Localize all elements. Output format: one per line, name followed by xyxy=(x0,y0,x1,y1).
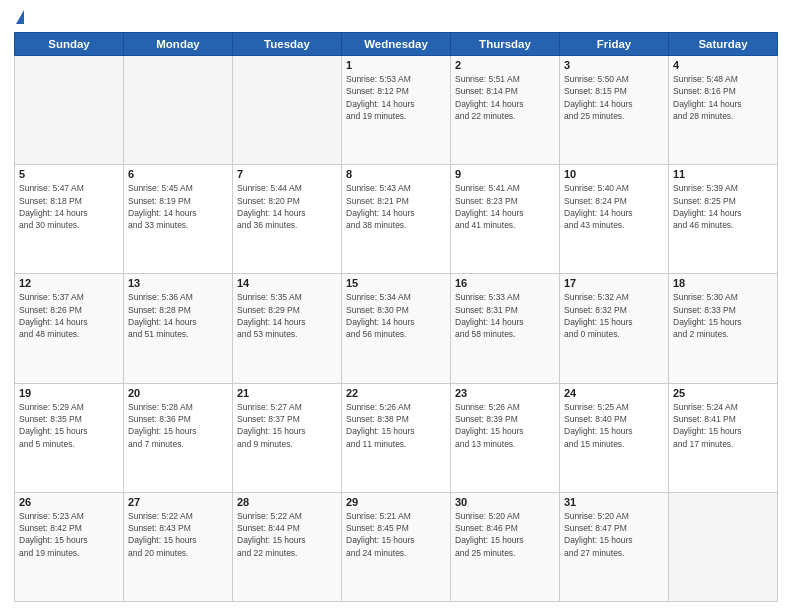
calendar-empty xyxy=(124,56,233,165)
day-info: Sunrise: 5:43 AM Sunset: 8:21 PM Dayligh… xyxy=(346,182,446,231)
day-info: Sunrise: 5:20 AM Sunset: 8:46 PM Dayligh… xyxy=(455,510,555,559)
weekday-header-wednesday: Wednesday xyxy=(342,33,451,56)
weekday-header-monday: Monday xyxy=(124,33,233,56)
day-info: Sunrise: 5:53 AM Sunset: 8:12 PM Dayligh… xyxy=(346,73,446,122)
day-info: Sunrise: 5:41 AM Sunset: 8:23 PM Dayligh… xyxy=(455,182,555,231)
calendar-empty xyxy=(233,56,342,165)
day-info: Sunrise: 5:45 AM Sunset: 8:19 PM Dayligh… xyxy=(128,182,228,231)
day-number: 30 xyxy=(455,496,555,508)
calendar-day-8: 8Sunrise: 5:43 AM Sunset: 8:21 PM Daylig… xyxy=(342,165,451,274)
day-number: 24 xyxy=(564,387,664,399)
page: SundayMondayTuesdayWednesdayThursdayFrid… xyxy=(0,0,792,612)
calendar-body: 1Sunrise: 5:53 AM Sunset: 8:12 PM Daylig… xyxy=(15,56,778,602)
day-number: 13 xyxy=(128,277,228,289)
day-info: Sunrise: 5:20 AM Sunset: 8:47 PM Dayligh… xyxy=(564,510,664,559)
day-info: Sunrise: 5:27 AM Sunset: 8:37 PM Dayligh… xyxy=(237,401,337,450)
day-number: 17 xyxy=(564,277,664,289)
day-number: 27 xyxy=(128,496,228,508)
day-number: 6 xyxy=(128,168,228,180)
calendar-day-21: 21Sunrise: 5:27 AM Sunset: 8:37 PM Dayli… xyxy=(233,383,342,492)
day-info: Sunrise: 5:30 AM Sunset: 8:33 PM Dayligh… xyxy=(673,291,773,340)
day-number: 21 xyxy=(237,387,337,399)
day-info: Sunrise: 5:22 AM Sunset: 8:44 PM Dayligh… xyxy=(237,510,337,559)
logo xyxy=(14,10,24,24)
calendar-day-3: 3Sunrise: 5:50 AM Sunset: 8:15 PM Daylig… xyxy=(560,56,669,165)
day-number: 25 xyxy=(673,387,773,399)
calendar-day-13: 13Sunrise: 5:36 AM Sunset: 8:28 PM Dayli… xyxy=(124,274,233,383)
day-number: 31 xyxy=(564,496,664,508)
day-number: 2 xyxy=(455,59,555,71)
calendar-day-29: 29Sunrise: 5:21 AM Sunset: 8:45 PM Dayli… xyxy=(342,492,451,601)
day-info: Sunrise: 5:29 AM Sunset: 8:35 PM Dayligh… xyxy=(19,401,119,450)
calendar-day-24: 24Sunrise: 5:25 AM Sunset: 8:40 PM Dayli… xyxy=(560,383,669,492)
day-number: 9 xyxy=(455,168,555,180)
day-info: Sunrise: 5:40 AM Sunset: 8:24 PM Dayligh… xyxy=(564,182,664,231)
calendar-day-18: 18Sunrise: 5:30 AM Sunset: 8:33 PM Dayli… xyxy=(669,274,778,383)
calendar-day-5: 5Sunrise: 5:47 AM Sunset: 8:18 PM Daylig… xyxy=(15,165,124,274)
calendar-day-25: 25Sunrise: 5:24 AM Sunset: 8:41 PM Dayli… xyxy=(669,383,778,492)
day-number: 26 xyxy=(19,496,119,508)
calendar-empty xyxy=(15,56,124,165)
calendar-week-row: 5Sunrise: 5:47 AM Sunset: 8:18 PM Daylig… xyxy=(15,165,778,274)
day-number: 4 xyxy=(673,59,773,71)
header xyxy=(14,10,778,24)
calendar-day-14: 14Sunrise: 5:35 AM Sunset: 8:29 PM Dayli… xyxy=(233,274,342,383)
calendar-week-row: 12Sunrise: 5:37 AM Sunset: 8:26 PM Dayli… xyxy=(15,274,778,383)
calendar-day-10: 10Sunrise: 5:40 AM Sunset: 8:24 PM Dayli… xyxy=(560,165,669,274)
calendar-day-26: 26Sunrise: 5:23 AM Sunset: 8:42 PM Dayli… xyxy=(15,492,124,601)
weekday-header-row: SundayMondayTuesdayWednesdayThursdayFrid… xyxy=(15,33,778,56)
day-info: Sunrise: 5:25 AM Sunset: 8:40 PM Dayligh… xyxy=(564,401,664,450)
calendar-empty xyxy=(669,492,778,601)
day-info: Sunrise: 5:39 AM Sunset: 8:25 PM Dayligh… xyxy=(673,182,773,231)
calendar-week-row: 26Sunrise: 5:23 AM Sunset: 8:42 PM Dayli… xyxy=(15,492,778,601)
day-info: Sunrise: 5:21 AM Sunset: 8:45 PM Dayligh… xyxy=(346,510,446,559)
calendar-day-12: 12Sunrise: 5:37 AM Sunset: 8:26 PM Dayli… xyxy=(15,274,124,383)
weekday-header-sunday: Sunday xyxy=(15,33,124,56)
calendar-day-23: 23Sunrise: 5:26 AM Sunset: 8:39 PM Dayli… xyxy=(451,383,560,492)
day-number: 11 xyxy=(673,168,773,180)
calendar-day-31: 31Sunrise: 5:20 AM Sunset: 8:47 PM Dayli… xyxy=(560,492,669,601)
day-info: Sunrise: 5:26 AM Sunset: 8:39 PM Dayligh… xyxy=(455,401,555,450)
day-info: Sunrise: 5:35 AM Sunset: 8:29 PM Dayligh… xyxy=(237,291,337,340)
calendar-day-16: 16Sunrise: 5:33 AM Sunset: 8:31 PM Dayli… xyxy=(451,274,560,383)
calendar-day-15: 15Sunrise: 5:34 AM Sunset: 8:30 PM Dayli… xyxy=(342,274,451,383)
calendar-day-27: 27Sunrise: 5:22 AM Sunset: 8:43 PM Dayli… xyxy=(124,492,233,601)
day-info: Sunrise: 5:26 AM Sunset: 8:38 PM Dayligh… xyxy=(346,401,446,450)
calendar-header: SundayMondayTuesdayWednesdayThursdayFrid… xyxy=(15,33,778,56)
calendar-day-19: 19Sunrise: 5:29 AM Sunset: 8:35 PM Dayli… xyxy=(15,383,124,492)
calendar-day-28: 28Sunrise: 5:22 AM Sunset: 8:44 PM Dayli… xyxy=(233,492,342,601)
day-info: Sunrise: 5:48 AM Sunset: 8:16 PM Dayligh… xyxy=(673,73,773,122)
calendar-day-7: 7Sunrise: 5:44 AM Sunset: 8:20 PM Daylig… xyxy=(233,165,342,274)
day-number: 19 xyxy=(19,387,119,399)
calendar-week-row: 1Sunrise: 5:53 AM Sunset: 8:12 PM Daylig… xyxy=(15,56,778,165)
day-info: Sunrise: 5:33 AM Sunset: 8:31 PM Dayligh… xyxy=(455,291,555,340)
day-number: 1 xyxy=(346,59,446,71)
day-info: Sunrise: 5:36 AM Sunset: 8:28 PM Dayligh… xyxy=(128,291,228,340)
day-number: 8 xyxy=(346,168,446,180)
calendar-day-20: 20Sunrise: 5:28 AM Sunset: 8:36 PM Dayli… xyxy=(124,383,233,492)
calendar-day-9: 9Sunrise: 5:41 AM Sunset: 8:23 PM Daylig… xyxy=(451,165,560,274)
weekday-header-friday: Friday xyxy=(560,33,669,56)
calendar-week-row: 19Sunrise: 5:29 AM Sunset: 8:35 PM Dayli… xyxy=(15,383,778,492)
day-info: Sunrise: 5:34 AM Sunset: 8:30 PM Dayligh… xyxy=(346,291,446,340)
day-number: 22 xyxy=(346,387,446,399)
calendar-table: SundayMondayTuesdayWednesdayThursdayFrid… xyxy=(14,32,778,602)
day-number: 29 xyxy=(346,496,446,508)
day-info: Sunrise: 5:22 AM Sunset: 8:43 PM Dayligh… xyxy=(128,510,228,559)
calendar-day-2: 2Sunrise: 5:51 AM Sunset: 8:14 PM Daylig… xyxy=(451,56,560,165)
calendar-day-22: 22Sunrise: 5:26 AM Sunset: 8:38 PM Dayli… xyxy=(342,383,451,492)
day-number: 15 xyxy=(346,277,446,289)
calendar-day-1: 1Sunrise: 5:53 AM Sunset: 8:12 PM Daylig… xyxy=(342,56,451,165)
day-info: Sunrise: 5:51 AM Sunset: 8:14 PM Dayligh… xyxy=(455,73,555,122)
day-number: 20 xyxy=(128,387,228,399)
day-info: Sunrise: 5:47 AM Sunset: 8:18 PM Dayligh… xyxy=(19,182,119,231)
day-number: 7 xyxy=(237,168,337,180)
day-number: 23 xyxy=(455,387,555,399)
calendar-day-30: 30Sunrise: 5:20 AM Sunset: 8:46 PM Dayli… xyxy=(451,492,560,601)
calendar-day-4: 4Sunrise: 5:48 AM Sunset: 8:16 PM Daylig… xyxy=(669,56,778,165)
day-info: Sunrise: 5:50 AM Sunset: 8:15 PM Dayligh… xyxy=(564,73,664,122)
weekday-header-tuesday: Tuesday xyxy=(233,33,342,56)
calendar-day-6: 6Sunrise: 5:45 AM Sunset: 8:19 PM Daylig… xyxy=(124,165,233,274)
day-info: Sunrise: 5:44 AM Sunset: 8:20 PM Dayligh… xyxy=(237,182,337,231)
day-info: Sunrise: 5:24 AM Sunset: 8:41 PM Dayligh… xyxy=(673,401,773,450)
